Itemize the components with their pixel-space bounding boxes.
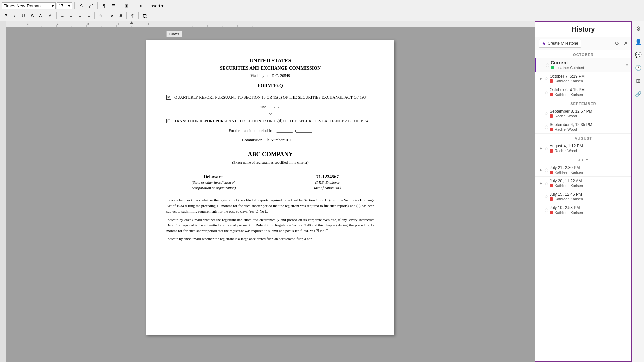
star-icon[interactable]: ☆ [544, 76, 549, 81]
settings-icon[interactable]: ⚙ [635, 24, 642, 33]
history-refresh-button[interactable]: ⟳ [614, 40, 620, 47]
history-item[interactable]: ☆October 6, 4:15 PMKathleen Karlsen [535, 85, 631, 99]
user-icon[interactable]: 👤 [634, 37, 643, 46]
insert-button[interactable]: Insert ▾ [145, 2, 168, 10]
history-item[interactable]: ▶☆August 4, 1:12 PMRachel Wood [535, 142, 631, 155]
two-col-section: Delaware (State or other jurisdiction of… [166, 174, 374, 190]
col-left: Delaware (State or other jurisdiction of… [166, 174, 260, 190]
expand-icon: ▶ [539, 181, 543, 186]
expand-icon [540, 63, 544, 67]
star-icon[interactable]: ☆ [545, 62, 550, 68]
month-header-september: SEPTEMBER [535, 99, 631, 107]
history-item-date: September 4, 12:35 PM [550, 122, 628, 127]
align-center-button[interactable]: ≡ [67, 12, 75, 20]
doc-city: Washington, D.C. 20549 [166, 73, 374, 79]
company-name: ABC COMPANY [166, 150, 374, 159]
history-item[interactable]: ☆July 15, 12:45 PMKathleen Karlsen [535, 190, 631, 203]
highlight-button[interactable]: 🖊 [87, 2, 95, 10]
checkbox-1[interactable]: ☒ [166, 95, 171, 100]
font-selector[interactable]: Times New Roman ▾ [2, 2, 56, 9]
align-left-button[interactable]: ≡ [58, 12, 66, 20]
history-list: OCTOBER☆CurrentHeather Cuthbert▾▶☆Octobe… [535, 50, 631, 361]
list-button[interactable]: ☰ [109, 2, 117, 10]
font-color-button[interactable]: A [77, 2, 85, 10]
star-icon[interactable]: ☆ [544, 181, 549, 186]
star-icon[interactable]: ☆ [544, 89, 549, 95]
user-name: Rachel Wood [555, 114, 577, 118]
link-icon[interactable]: 🔗 [634, 89, 643, 99]
svg-text:3: 3 [87, 22, 89, 25]
history-item-user: Kathleen Karlsen [550, 79, 628, 83]
star-icon[interactable]: ☆ [544, 207, 549, 213]
user-name: Kathleen Karlsen [555, 79, 583, 83]
history-item[interactable]: ☆July 10, 2:53 PMKathleen Karlsen [535, 203, 631, 217]
history-share-button[interactable]: ↗ [623, 40, 628, 47]
user-color-dot [550, 114, 553, 118]
commission-line: Commission File Number: 0-11111 [166, 137, 374, 143]
history-item-user: Kathleen Karlsen [550, 197, 628, 201]
history-item[interactable]: ▶☆July 20, 11:22 AMKathleen Karlsen [535, 177, 631, 190]
star-icon[interactable]: ☆ [544, 194, 549, 199]
star-icon[interactable]: ☆ [544, 146, 549, 151]
history-item-user: Kathleen Karlsen [550, 210, 628, 215]
pilcrow-button[interactable]: ¶ [128, 12, 137, 20]
user-color-dot [550, 149, 553, 153]
star-icon[interactable]: ☆ [544, 167, 549, 173]
create-milestone-button[interactable]: ★ Create Milestone [539, 39, 581, 48]
svg-text:2: 2 [57, 22, 59, 25]
underline-button[interactable]: U [19, 12, 28, 20]
rtl-button[interactable]: ↰ [96, 12, 104, 20]
superscript-button[interactable]: A+ [37, 12, 46, 20]
expand-arrow-icon: ▾ [626, 63, 628, 67]
document-page[interactable]: UNITED STATES SECURITIES AND EXCHANGE CO… [146, 40, 394, 335]
toolbar-separator-9 [138, 12, 139, 19]
clock-icon[interactable]: 🕐 [634, 63, 643, 72]
doc-title-line1: UNITED STATES [166, 57, 374, 64]
history-item-date: July 15, 12:45 PM [550, 192, 628, 197]
italic-button[interactable]: I [11, 12, 19, 20]
align-right-button[interactable]: ≡ [76, 12, 84, 20]
user-color-dot [550, 79, 553, 83]
bold-button[interactable]: B [2, 12, 10, 20]
history-item[interactable]: ☆September 8, 12:57 PMRachel Wood [535, 107, 631, 120]
doc-form-title: FORM 10-Q [166, 83, 374, 89]
document-area[interactable]: 1 2 3 4 5 [6, 21, 535, 362]
history-item[interactable]: ▶☆July 21, 2:30 PMKathleen Karlsen [535, 163, 631, 177]
star-icon[interactable]: ☆ [544, 111, 549, 116]
body-text-3: Indicate by check mark whether the regis… [166, 236, 374, 242]
strikethrough-button[interactable]: S [28, 12, 36, 20]
history-item-content: October 6, 4:15 PMKathleen Karlsen [550, 87, 628, 97]
indent-button[interactable]: ⇥ [136, 2, 144, 10]
divider-1 [166, 147, 374, 147]
expand-icon: ▶ [539, 76, 543, 81]
bullets-button[interactable]: ⁕ [108, 12, 116, 20]
grid-icon[interactable]: ⊞ [635, 76, 642, 85]
create-milestone-label: Create Milestone [548, 41, 578, 46]
toolbar-separator-1 [74, 2, 75, 9]
user-name: Rachel Wood [555, 149, 577, 153]
paragraph-button[interactable]: ¶ [100, 2, 108, 10]
image-button[interactable]: 🖼 [140, 12, 149, 20]
history-item-date: July 20, 11:22 AM [550, 179, 628, 183]
chat-icon[interactable]: 💬 [634, 50, 643, 59]
toolbar-separator-6 [94, 12, 95, 19]
user-name: Kathleen Karlsen [555, 210, 583, 215]
history-item[interactable]: ☆September 4, 12:35 PMRachel Wood [535, 120, 631, 134]
history-item[interactable]: ☆CurrentHeather Cuthbert▾ [535, 58, 631, 72]
user-color-dot [550, 197, 553, 201]
font-size-dropdown-icon: ▾ [68, 3, 70, 8]
user-name: Kathleen Karlsen [555, 184, 583, 188]
ruler: 1 2 3 4 5 [6, 21, 535, 27]
font-size-selector[interactable]: 17 ▾ [57, 2, 72, 9]
justify-button[interactable]: ≡ [85, 12, 93, 20]
history-item-content: July 21, 2:30 PMKathleen Karlsen [550, 165, 628, 174]
history-item[interactable]: ▶☆October 7, 5:19 PMKathleen Karlsen [535, 72, 631, 85]
align-button[interactable]: ⊞ [122, 2, 130, 10]
history-item-date: September 8, 12:57 PM [550, 109, 628, 114]
toolbar-separator-8 [126, 12, 127, 19]
subscript-button[interactable]: A- [47, 12, 55, 20]
checkbox-2[interactable]: ☐ [166, 119, 171, 123]
star-icon[interactable]: ☆ [544, 124, 549, 130]
numbering-button[interactable]: # [117, 12, 125, 20]
history-item-user: Rachel Wood [550, 149, 628, 153]
